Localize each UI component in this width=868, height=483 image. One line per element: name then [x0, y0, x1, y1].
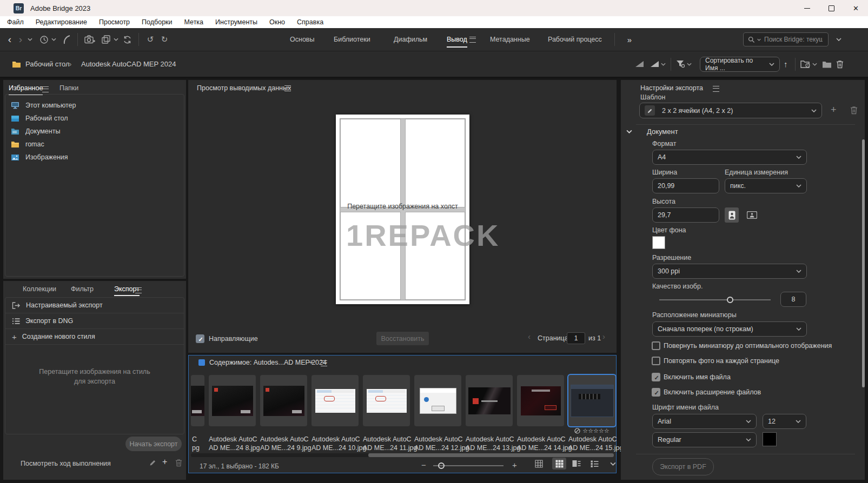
horizontal-scrollbar[interactable] [191, 453, 614, 457]
menu-tools[interactable]: Инструменты [215, 18, 257, 26]
copy-chevron-down-icon[interactable] [112, 28, 120, 51]
recent-chevron-down-icon[interactable] [812, 51, 817, 77]
trash-icon[interactable] [836, 51, 844, 77]
thumbnail-item[interactable]: Autodesk AutoC AD ME...24 8.jpg [209, 375, 256, 452]
unit-dropdown[interactable]: пикс. [725, 178, 807, 193]
thumbnail-item[interactable]: Autodesk AutoC AD ME...24 14.jpg [517, 375, 564, 452]
page-next-icon[interactable]: › [602, 332, 605, 341]
breadcrumb-current[interactable]: Autodesk AutoCAD MEP 2024 [81, 51, 176, 77]
template-dropdown[interactable]: 2 x 2 ячейки (A4, 2 x 2) [639, 103, 822, 118]
include-filename-checkbox[interactable] [652, 373, 660, 381]
rating-chevron-down-icon[interactable] [661, 51, 666, 77]
font-family-dropdown[interactable]: Arial [652, 414, 757, 429]
workspace-overflow-icon[interactable]: » [624, 28, 635, 51]
thumbnail-item[interactable]: Autodesk AutoC AD ME...24 13.jpg [466, 375, 513, 452]
export-pdf-button[interactable]: Экспорт в PDF [652, 458, 714, 475]
search-preset-chevron-icon[interactable] [834, 28, 843, 51]
portrait-orientation-icon[interactable] [725, 207, 739, 223]
font-size-dropdown[interactable]: 12 [763, 414, 806, 429]
thumbnail-rating[interactable]: ☆☆☆☆☆ [568, 427, 615, 435]
favorites-item-desktop[interactable]: Рабочий стол [11, 112, 68, 125]
sort-ascending-icon[interactable]: ↑ [784, 51, 788, 77]
thumbnail-item[interactable]: Autodesk AutoC AD ME...24 9.jpg [260, 375, 307, 452]
menu-edit[interactable]: Редактирование [36, 18, 87, 26]
repeat-photo-checkbox[interactable] [652, 357, 660, 365]
delete-preset-icon[interactable] [175, 459, 182, 467]
content-menu-icon[interactable] [321, 360, 327, 366]
copy-files-icon[interactable] [100, 28, 112, 51]
document-section-chevron-icon[interactable] [626, 130, 632, 133]
thumbnail-item[interactable]: C pg [191, 375, 204, 452]
thumbnail-cell[interactable] [363, 375, 410, 426]
view-progress-link[interactable]: Посмотреть ход выполнения [21, 460, 111, 467]
workspace-tab-essentials[interactable]: Основы [290, 28, 314, 51]
thumbnail-item[interactable]: Autodesk AutoC AD ME...24 11.jpg [363, 375, 410, 452]
details-view-icon[interactable] [569, 458, 584, 469]
layout-dropdown[interactable]: Сначала поперек (по строкам) [652, 321, 807, 337]
menu-stacks[interactable]: Подборки [142, 18, 172, 26]
font-style-dropdown[interactable]: Regular [652, 432, 757, 447]
breadcrumb-root[interactable]: Рабочий стол [25, 51, 70, 77]
tab-favorites[interactable]: Избранное [9, 84, 43, 92]
vertical-scrollbar-thumb[interactable] [862, 139, 865, 387]
delete-template-icon[interactable] [850, 106, 858, 115]
content-select-icon[interactable] [198, 359, 205, 366]
boomerang-icon[interactable] [61, 28, 72, 51]
workspace-menu-icon[interactable] [468, 28, 477, 51]
list-view-icon[interactable] [587, 458, 601, 469]
export-dng-item[interactable]: Экспорт в DNG [5, 313, 184, 329]
workspace-tab-filmstrip[interactable]: Диафильм [394, 28, 427, 51]
favorites-item-computer[interactable]: Этот компьютер [11, 99, 76, 112]
menu-window[interactable]: Окно [269, 18, 285, 26]
guides-checkbox[interactable] [196, 334, 204, 343]
export-menu-icon[interactable] [135, 287, 142, 293]
quality-value-input[interactable]: 8 [780, 292, 806, 307]
filter-rating-high-icon[interactable] [650, 51, 659, 77]
history-chevron-down-icon[interactable] [50, 28, 57, 51]
include-extension-checkbox[interactable] [652, 388, 660, 397]
thumbnail-item-selected[interactable]: ☆☆☆☆☆ Autodesk AutoC AD ME...24 15.jpg [568, 375, 615, 452]
tab-filter[interactable]: Фильтр [71, 285, 94, 293]
history-clock-icon[interactable] [38, 28, 50, 51]
workspace-tab-libraries[interactable]: Библиотеки [334, 28, 370, 51]
redo-icon[interactable]: ↻ [158, 28, 171, 51]
menu-view[interactable]: Просмотр [99, 18, 130, 26]
reject-icon[interactable] [574, 428, 580, 434]
horizontal-scrollbar-thumb[interactable] [368, 453, 614, 457]
filter-rating-low-icon[interactable] [635, 51, 644, 77]
preview-menu-icon[interactable] [284, 85, 291, 91]
thumbnail-item[interactable]: Autodesk AutoC AD ME...24 12.jpg [414, 375, 461, 452]
workspace-tab-metadata[interactable]: Метаданные [490, 28, 530, 51]
menu-help[interactable]: Справка [297, 18, 323, 26]
new-preset-item[interactable]: + Создание нового стиля [5, 329, 184, 345]
star-rating-icons[interactable]: ☆☆☆☆☆ [582, 427, 609, 434]
refresh-icon[interactable] [121, 28, 134, 51]
back-icon[interactable]: ‹ [4, 28, 15, 51]
zoom-out-icon[interactable]: − [421, 460, 426, 469]
sort-dropdown[interactable]: Сортировать по Имя ... [700, 57, 780, 72]
grid-lock-view-icon[interactable] [532, 458, 546, 469]
background-color-swatch[interactable] [652, 236, 665, 249]
recent-folder-icon[interactable] [800, 51, 811, 77]
page-number-input[interactable] [567, 332, 585, 344]
add-template-icon[interactable]: + [831, 104, 837, 116]
zoom-in-icon[interactable]: + [512, 460, 517, 469]
close-icon[interactable] [844, 0, 868, 16]
nav-chevron-down-icon[interactable] [26, 28, 34, 51]
content-add-icon[interactable]: + [309, 357, 314, 366]
rotate-thumbnail-checkbox[interactable] [652, 341, 660, 350]
favorites-item-pictures[interactable]: Изображения [11, 151, 68, 164]
thumbnail-cell[interactable] [466, 375, 513, 426]
format-dropdown[interactable]: A4 [652, 150, 807, 165]
thumbnail-cell[interactable] [517, 375, 564, 426]
thumbnail-cell[interactable] [312, 375, 359, 426]
thumbnail-cell[interactable] [568, 375, 615, 426]
thumbnail-cell[interactable] [414, 375, 461, 426]
tab-folders[interactable]: Папки [59, 84, 78, 92]
workspace-tab-output[interactable]: Вывод [447, 28, 467, 51]
edit-preset-icon[interactable] [149, 459, 156, 466]
height-input[interactable]: 29,7 [652, 207, 719, 223]
thumbnail-cell[interactable] [260, 375, 307, 426]
thumbnail-cell[interactable] [209, 375, 256, 426]
thumbnail-cell[interactable] [191, 375, 204, 426]
